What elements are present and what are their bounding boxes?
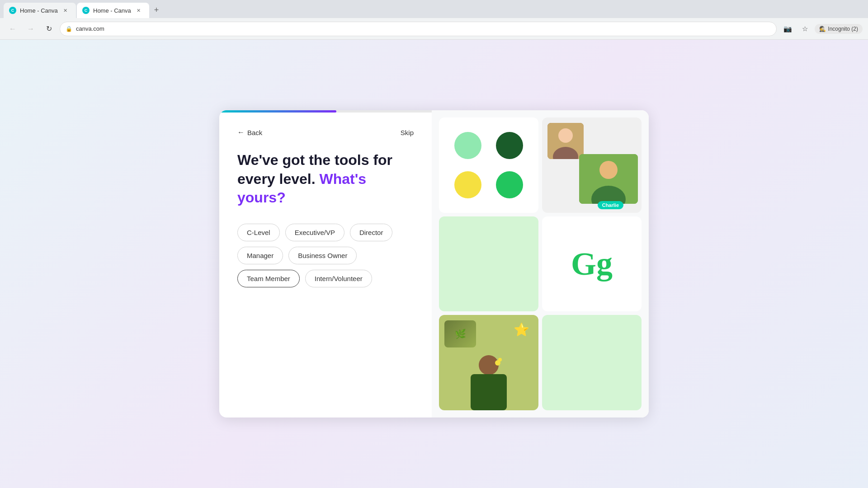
bottom-right-cell: [542, 315, 642, 410]
tab-close-2[interactable]: ✕: [135, 7, 142, 14]
star-badge: ⭐: [514, 322, 529, 337]
option-executive[interactable]: Executive/VP: [285, 224, 344, 241]
svg-point-9: [498, 358, 502, 361]
option-clevel[interactable]: C-Level: [237, 224, 280, 241]
svg-rect-7: [471, 374, 507, 410]
option-manager[interactable]: Manager: [237, 247, 283, 264]
svg-point-1: [558, 128, 573, 143]
swatch-green: [496, 171, 523, 198]
bottom-left-cell: 🌿 ⭐: [439, 315, 538, 410]
option-director[interactable]: Director: [350, 224, 393, 241]
option-intern[interactable]: Intern/Volunteer: [305, 270, 372, 287]
person2-container: 🌿 ⭐: [439, 315, 538, 410]
option-manager-label: Manager: [247, 252, 274, 259]
tab-favicon-2: C: [82, 7, 90, 14]
question-title: We've got the tools for every level. Wha…: [237, 151, 414, 207]
tab-favicon-1: C: [9, 7, 16, 14]
photo-collage-cell: Charlie: [542, 117, 642, 213]
tab-close-1[interactable]: ✕: [61, 7, 69, 14]
incognito-badge[interactable]: 🕵 Incognito (2): [815, 24, 863, 34]
tab-label-1: Home - Canva: [20, 7, 58, 14]
skip-label: Skip: [401, 129, 414, 136]
swatch-light-green: [454, 132, 481, 159]
option-business-owner-label: Business Owner: [298, 252, 347, 259]
address-bar[interactable]: 🔒 canva.com: [60, 22, 777, 36]
progress-bar-fill: [219, 110, 336, 113]
skip-button[interactable]: Skip: [401, 129, 414, 136]
back-label: Back: [247, 129, 262, 136]
progress-bar-container: [219, 110, 432, 113]
option-executive-label: Executive/VP: [295, 229, 335, 236]
question-static-text: We've got the tools for every level.: [237, 152, 392, 187]
svg-point-4: [599, 161, 618, 179]
photo-2: [579, 154, 638, 204]
swatch-dark-green: [496, 132, 523, 159]
left-panel: ← Back Skip We've got the tools for ever…: [219, 110, 432, 418]
url-text: canva.com: [76, 25, 104, 32]
swatches-cell: [439, 117, 538, 213]
bookmark-icon[interactable]: ☆: [797, 22, 812, 36]
reload-button[interactable]: ↻: [42, 22, 56, 36]
page-content: ← Back Skip We've got the tools for ever…: [0, 40, 868, 488]
tab-bar: C Home - Canva ✕ C Home - Canva ✕ +: [0, 0, 868, 18]
back-nav-button[interactable]: ←: [5, 22, 20, 36]
gg-text: Gg: [571, 248, 613, 280]
option-clevel-label: C-Level: [247, 229, 270, 236]
tab-2[interactable]: C Home - Canva ✕: [77, 3, 149, 18]
charlie-badge: Charlie: [598, 201, 623, 209]
browser-window: C Home - Canva ✕ C Home - Canva ✕ + ← → …: [0, 0, 868, 488]
green-rect-cell: [439, 216, 538, 312]
incognito-label: Incognito (2): [828, 26, 858, 32]
svg-point-6: [479, 355, 499, 375]
new-tab-button[interactable]: +: [150, 4, 163, 16]
gg-cell: Gg: [542, 216, 642, 312]
option-team-member-label: Team Member: [247, 275, 290, 282]
back-arrow-icon: ←: [237, 128, 245, 136]
photo-1: [547, 123, 584, 159]
tab-1[interactable]: C Home - Canva ✕: [4, 3, 76, 18]
lock-icon: 🔒: [66, 26, 72, 32]
back-button[interactable]: ← Back: [237, 128, 262, 136]
tab-label-2: Home - Canva: [93, 7, 131, 14]
option-business-owner[interactable]: Business Owner: [288, 247, 357, 264]
flower-box: 🌿: [444, 320, 476, 347]
option-intern-label: Intern/Volunteer: [315, 275, 363, 282]
right-panel: Charlie Gg 🌿 ⭐: [432, 110, 649, 418]
incognito-icon: 🕵: [819, 26, 826, 32]
card-container: ← Back Skip We've got the tools for ever…: [219, 110, 649, 418]
option-team-member[interactable]: Team Member: [237, 270, 300, 287]
swatch-yellow: [454, 171, 481, 198]
forward-nav-button[interactable]: →: [24, 22, 38, 36]
toolbar: ← → ↻ 🔒 canva.com 📷 ☆ 🕵 Incognito (2): [0, 18, 868, 40]
option-director-label: Director: [359, 229, 383, 236]
camera-off-icon[interactable]: 📷: [780, 22, 795, 36]
toolbar-right: 📷 ☆ 🕵 Incognito (2): [780, 22, 863, 36]
options-grid: C-Level Executive/VP Director Manager Bu…: [237, 224, 414, 287]
nav-row: ← Back Skip: [237, 128, 414, 136]
